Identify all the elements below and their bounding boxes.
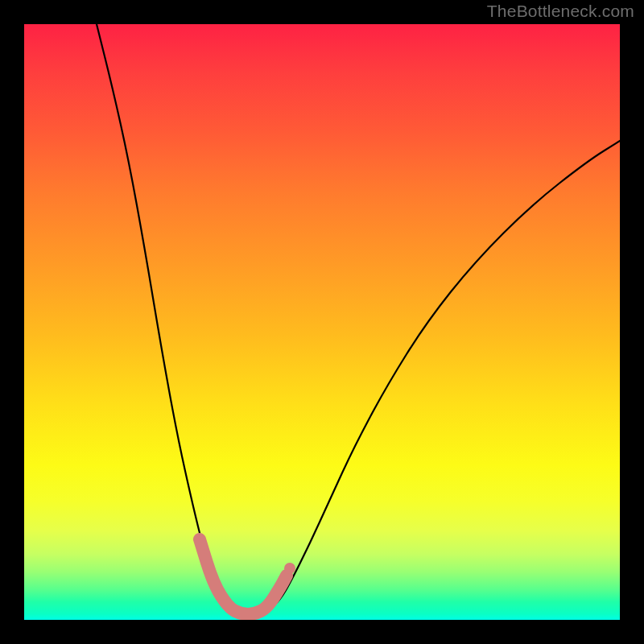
highlight-dot-upper [284,563,295,574]
highlighted-minimum [200,539,287,614]
watermark-text: TheBottleneck.com [487,2,634,21]
chart-svg [24,24,620,620]
plot-area [24,24,620,620]
chart-frame: TheBottleneck.com [0,0,644,644]
bottleneck-curve [97,24,620,615]
